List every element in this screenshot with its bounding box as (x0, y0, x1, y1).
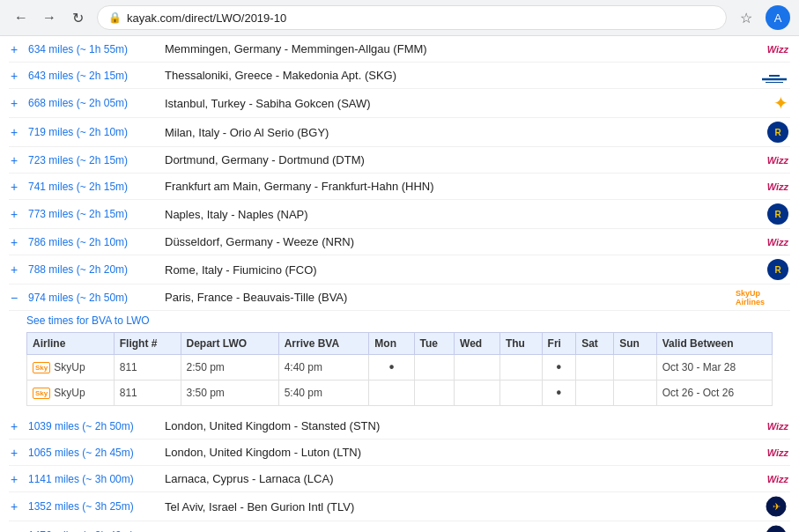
airline-logo: SkyUp Airlines (736, 289, 788, 307)
expanded-flight-section: See times for BVA to LWO Airline Flight … (9, 311, 790, 413)
lock-icon: 🔒 (108, 11, 122, 24)
col-tue: Tue (414, 333, 455, 355)
wizz-air-icon: Wizz (767, 474, 788, 484)
expand-button[interactable]: + (11, 419, 25, 433)
route-row: + 1039 miles (~ 2h 50m) London, United K… (9, 413, 790, 440)
route-row: + 1065 miles (~ 2h 45m) London, United K… (9, 440, 790, 466)
distance-time[interactable]: 1039 miles (~ 2h 50m) (28, 420, 165, 432)
distance-time[interactable]: 773 miles (~ 2h 15m) (28, 208, 165, 220)
airline-logo: R (736, 203, 788, 225)
expand-button[interactable]: + (11, 499, 25, 514)
distance-time[interactable]: 741 miles (~ 2h 15m) (28, 181, 165, 193)
expand-button[interactable]: + (11, 125, 25, 139)
expand-button[interactable]: + (11, 96, 25, 110)
wizz-air-icon: Wizz (767, 44, 788, 55)
distance-time[interactable]: 1352 miles (~ 3h 25m) (28, 500, 165, 513)
ryanair-icon: R (767, 122, 788, 143)
destination: Memmingen, Germany - Memmingen-Allgau (F… (165, 42, 736, 55)
expand-button[interactable]: + (11, 262, 25, 277)
expand-button[interactable]: + (11, 446, 25, 460)
expand-button[interactable]: + (11, 472, 25, 486)
col-sat: Sat (576, 333, 614, 355)
address-bar[interactable]: 🔒 kayak.com/direct/LWO/2019-10 (97, 5, 727, 30)
aegean-icon (762, 69, 788, 83)
url-text: kayak.com/direct/LWO/2019-10 (127, 11, 286, 25)
flight-tue (414, 355, 455, 381)
expand-button[interactable]: + (11, 153, 25, 167)
forward-button[interactable]: → (37, 5, 62, 30)
profile-button[interactable]: A (766, 5, 790, 30)
flight-valid: Oct 30 - Mar 28 (656, 355, 772, 381)
distance-time[interactable]: 974 miles (~ 2h 50m) (28, 292, 165, 304)
airline-logo: Wizz (736, 421, 788, 432)
route-row: + 723 miles (~ 2h 15m) Dortmund, Germany… (9, 147, 790, 174)
distance-time[interactable]: 786 miles (~ 2h 10m) (28, 236, 165, 248)
airline-logo: R (736, 122, 788, 143)
distance-time[interactable]: 668 miles (~ 2h 05m) (28, 97, 165, 109)
flight-valid: Oct 26 - Oct 26 (656, 381, 772, 406)
col-thu: Thu (499, 333, 542, 355)
col-fri: Fri (542, 333, 576, 355)
destination: Naples, Italy - Naples (NAP) (165, 208, 736, 221)
destination: Istanbul, Turkey - Sabiha Gokcen (SAW) (165, 97, 736, 110)
flight-sun (614, 355, 657, 381)
wizz-air-icon: Wizz (767, 421, 788, 432)
distance-time[interactable]: 788 miles (~ 2h 20m) (28, 263, 165, 276)
see-times-link[interactable]: See times for BVA to LWO (26, 314, 773, 327)
browser-chrome: ← → ↻ 🔒 kayak.com/direct/LWO/2019-10 ☆ A (0, 0, 799, 36)
back-button[interactable]: ← (9, 5, 33, 30)
reload-button[interactable]: ↻ (65, 5, 90, 30)
route-row: + 788 miles (~ 2h 20m) Rome, Italy - Fiu… (9, 255, 790, 284)
svg-text:✈: ✈ (773, 501, 781, 512)
destination: London, United Kingdom - Luton (LTN) (165, 446, 736, 459)
route-row-expanded: − 974 miles (~ 2h 50m) Paris, France - B… (9, 284, 790, 311)
airline-logo: Wizz (736, 181, 788, 192)
expand-button[interactable]: + (11, 180, 25, 194)
airline-logo: ✈ (736, 496, 788, 517)
col-wed: Wed (455, 333, 500, 355)
route-row: + 1141 miles (~ 3h 00m) Larnaca, Cyprus … (9, 466, 790, 492)
skyup-icon: SkyUp Airlines (736, 289, 788, 307)
expand-button[interactable]: + (11, 235, 25, 249)
flight-number: 811 (114, 381, 181, 406)
col-valid: Valid Between (656, 333, 772, 355)
collapse-button[interactable]: − (11, 291, 25, 305)
distance-time[interactable]: 643 miles (~ 2h 15m) (28, 70, 165, 82)
ryanair-icon: R (767, 203, 788, 225)
route-row: + 1352 miles (~ 3h 25m) Tel Aviv, Israel… (9, 492, 790, 521)
destination: Tel Aviv, Israel - Ben Gurion Intl (TLV) (165, 500, 736, 514)
wizz-air-icon: Wizz (767, 181, 788, 192)
ryanair-icon: R (767, 259, 788, 280)
expand-button[interactable]: + (11, 528, 25, 532)
expand-button[interactable]: + (11, 42, 25, 56)
flight-number: 811 (114, 355, 181, 381)
col-airline: Airline (27, 333, 115, 355)
distance-time[interactable]: 719 miles (~ 2h 10m) (28, 126, 165, 138)
flight-thu (499, 355, 542, 381)
skyup-table-icon: Sky (33, 388, 50, 399)
flight-sat (576, 355, 614, 381)
flight-sun (614, 381, 657, 406)
destination: Rome, Italy - Fiumicino (FCO) (165, 263, 736, 277)
flight-thu (499, 381, 542, 406)
airline-logo: Wizz (736, 44, 788, 55)
airline-logo: ✦ (736, 92, 788, 114)
distance-time[interactable]: 1065 miles (~ 2h 45m) (28, 447, 165, 459)
wizz-air-icon: Wizz (767, 447, 788, 458)
expand-button[interactable]: + (11, 207, 25, 221)
airline-logo: Wizz (736, 155, 788, 166)
bookmark-button[interactable]: ☆ (734, 5, 758, 30)
lufthansa-icon-2: ✈ (764, 525, 788, 532)
flight-row: Sky SkyUp 811 2:50 pm 4:40 pm • • Oct 30… (27, 355, 773, 381)
distance-time[interactable]: 723 miles (~ 2h 15m) (28, 154, 165, 166)
flight-airline: Sky SkyUp (27, 355, 115, 381)
route-row: + 786 miles (~ 2h 10m) Düsseldorf, Germa… (9, 229, 790, 255)
flight-depart: 3:50 pm (181, 381, 278, 406)
distance-time[interactable]: 1141 miles (~ 3h 00m) (28, 473, 165, 485)
flight-row: Sky SkyUp 811 3:50 pm 5:40 pm • Oct 26 -… (27, 381, 773, 406)
airline-logo: ✈ (736, 525, 788, 532)
airline-logo: Wizz (736, 237, 788, 248)
expand-button[interactable]: + (11, 69, 25, 83)
route-row: + 643 miles (~ 2h 15m) Thessaloniki, Gre… (9, 63, 790, 89)
distance-time[interactable]: 634 miles (~ 1h 55m) (28, 43, 165, 55)
